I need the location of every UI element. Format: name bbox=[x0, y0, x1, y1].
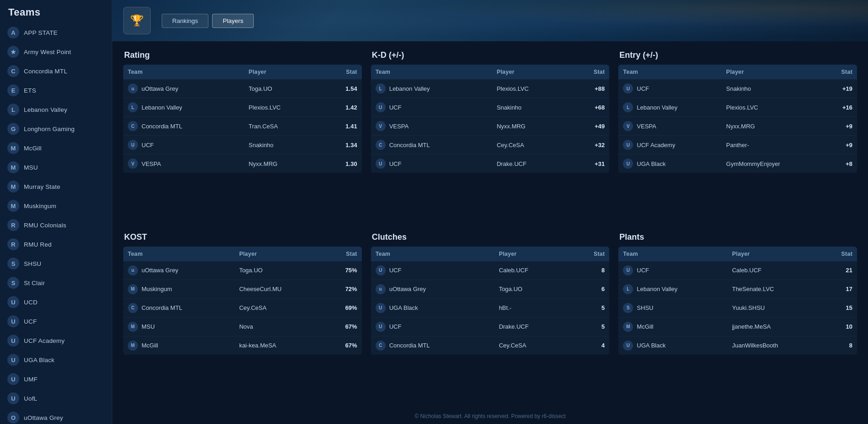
cell-player: JuanWilkesBooth bbox=[727, 336, 822, 355]
cell-team-name: Lebanon Valley bbox=[637, 104, 677, 111]
sidebar-item-ucf-academy[interactable]: U UCF Academy bbox=[0, 331, 112, 350]
team-icon: U bbox=[7, 315, 19, 327]
cell-player: Drake.UCF bbox=[494, 317, 570, 336]
cell-team-icon: u bbox=[128, 83, 138, 94]
sidebar-item-msu[interactable]: M MSU bbox=[0, 158, 112, 177]
cell-player: Snakinho bbox=[244, 136, 322, 154]
col-header-player: Player bbox=[721, 65, 824, 79]
cell-team-name: uOttawa Grey bbox=[142, 267, 178, 274]
header-nav: RankingsPlayers bbox=[162, 14, 254, 28]
col-header-stat: Stat bbox=[571, 65, 610, 79]
nav-btn-rankings[interactable]: Rankings bbox=[162, 14, 208, 28]
cell-stat: +19 bbox=[824, 79, 857, 98]
cell-team-name: Concordia MTL bbox=[389, 342, 430, 349]
table-row: UUCFSnakinho+68 bbox=[371, 98, 610, 117]
cell-team-name: Lebanon Valley bbox=[637, 286, 677, 292]
cell-team-name: Concordia MTL bbox=[389, 142, 430, 149]
col-header-player: Player bbox=[494, 247, 570, 261]
kost-card: KOST TeamPlayerStat uuOttawa GreyToga.UO… bbox=[123, 232, 362, 404]
sidebar-item-longhorn-gaming[interactable]: G Longhorn Gaming bbox=[0, 119, 112, 138]
sidebar-item-st-clair[interactable]: S St Clair bbox=[0, 273, 112, 292]
sidebar-team-name: APP STATE bbox=[24, 29, 58, 36]
sidebar-item-uga-black[interactable]: U UGA Black bbox=[0, 350, 112, 369]
table-row: UUCFSnakinho1.34 bbox=[123, 136, 362, 154]
cell-team: VVESPA bbox=[618, 117, 721, 136]
cell-player: Snakinho bbox=[721, 79, 824, 98]
sidebar-item-umf[interactable]: U UMF bbox=[0, 369, 112, 389]
sidebar-item-app-state[interactable]: A APP STATE bbox=[0, 23, 112, 42]
kd-card: K-D (+/-) TeamPlayerStat LLebanon Valley… bbox=[371, 50, 610, 222]
sidebar-item-rmu-colonials[interactable]: R RMU Colonials bbox=[0, 215, 112, 235]
nav-btn-players[interactable]: Players bbox=[212, 14, 254, 28]
team-icon: R bbox=[7, 238, 19, 250]
sidebar-item-uofl[interactable]: U UofL bbox=[0, 389, 112, 408]
sidebar-team-name: Army West Point bbox=[24, 49, 71, 55]
team-icon: R bbox=[7, 219, 19, 231]
sidebar-item-muskingum[interactable]: M Muskingum bbox=[0, 196, 112, 215]
col-header-team: Team bbox=[618, 65, 721, 79]
sidebar-item-lebanon-valley[interactable]: L Lebanon Valley bbox=[0, 100, 112, 119]
cell-team: UUCF Academy bbox=[618, 136, 721, 154]
header: 🏆 RankingsPlayers bbox=[112, 0, 868, 41]
cell-team-name: UCF bbox=[637, 267, 649, 274]
cell-team: CConcordia MTL bbox=[123, 117, 244, 136]
cell-team: MMcGill bbox=[618, 317, 727, 336]
cell-team: UUCF bbox=[371, 98, 492, 117]
cell-player: TheSenate.LVC bbox=[727, 280, 822, 298]
sidebar-item-concordia-mtl[interactable]: C Concordia MTL bbox=[0, 61, 112, 81]
footer-text: © Nicholas Stewart. All rights reserved.… bbox=[415, 413, 566, 419]
cell-stat: 67% bbox=[325, 336, 362, 355]
sidebar-item-uottawa-grey[interactable]: O uOttawa Grey bbox=[0, 408, 112, 424]
table-row: MMuskingumCheeseCurl.MU72% bbox=[123, 280, 362, 298]
table-row: VVESPANyxx.MRG1.30 bbox=[123, 154, 362, 173]
sidebar-item-army-west-point[interactable]: ★ Army West Point bbox=[0, 42, 112, 61]
sidebar-item-shsu[interactable]: S SHSU bbox=[0, 254, 112, 273]
cell-team-name: UCF Academy bbox=[637, 142, 675, 149]
sidebar-item-rmu-red[interactable]: R RMU Red bbox=[0, 235, 112, 254]
cell-stat: +68 bbox=[571, 98, 610, 117]
cell-team-name: UGA Black bbox=[637, 160, 666, 167]
cell-team-name: MSU bbox=[142, 323, 155, 330]
table-row: SSHSUYuuki.SHSU15 bbox=[618, 298, 857, 317]
cell-team-icon: U bbox=[376, 322, 386, 332]
cell-stat: 17 bbox=[822, 280, 857, 298]
sidebar-team-name: RMU Red bbox=[24, 241, 52, 248]
cell-team-name: Concordia MTL bbox=[142, 304, 182, 311]
col-header-player: Player bbox=[727, 247, 822, 261]
cell-team-icon: M bbox=[128, 341, 138, 351]
rating-title: Rating bbox=[123, 50, 362, 60]
kost-table: TeamPlayerStat uuOttawa GreyToga.UO75%MM… bbox=[123, 247, 362, 355]
sidebar-team-name: UCF bbox=[24, 318, 37, 325]
cell-player: Nyxx.MRG bbox=[721, 117, 824, 136]
sidebar-team-name: UMF bbox=[24, 376, 38, 383]
col-header-team: Team bbox=[618, 247, 727, 261]
sidebar-item-ucd[interactable]: U UCD bbox=[0, 292, 112, 312]
cell-team-name: Lebanon Valley bbox=[142, 104, 182, 111]
cell-team-icon: C bbox=[128, 303, 138, 313]
sidebar-team-name: Concordia MTL bbox=[24, 68, 67, 75]
cell-team: LLebanon Valley bbox=[123, 98, 244, 117]
clutches-table: TeamPlayerStat UUCFCaleb.UCF8uuOttawa Gr… bbox=[371, 247, 610, 355]
cell-team: LLebanon Valley bbox=[618, 280, 727, 298]
team-icon: M bbox=[7, 181, 19, 193]
main-area: 🏆 RankingsPlayers Rating TeamPlayerStat … bbox=[112, 0, 868, 424]
col-header-player: Player bbox=[492, 65, 570, 79]
cell-player: Toga.UO bbox=[494, 280, 570, 298]
sidebar-team-name: McGill bbox=[24, 145, 42, 152]
sidebar-item-mcgill[interactable]: M McGill bbox=[0, 138, 112, 158]
sidebar-team-name: Lebanon Valley bbox=[24, 106, 67, 113]
table-row: CConcordia MTLCey.CeSA4 bbox=[371, 336, 610, 355]
cell-stat: 1.34 bbox=[322, 136, 362, 154]
cell-stat: 69% bbox=[325, 298, 362, 317]
cell-player: jjanethe.MeSA bbox=[727, 317, 822, 336]
team-icon: M bbox=[7, 161, 19, 173]
team-icon: S bbox=[7, 277, 19, 289]
sidebar-item-ets[interactable]: E ETS bbox=[0, 81, 112, 100]
sidebar-title: Teams bbox=[0, 0, 112, 23]
sidebar-item-murray-state[interactable]: M Murray State bbox=[0, 177, 112, 196]
cell-team: UUGA Black bbox=[371, 298, 494, 317]
cell-team-name: Concordia MTL bbox=[142, 123, 182, 130]
cell-player: Plexios.LVC bbox=[721, 98, 824, 117]
sidebar-item-ucf[interactable]: U UCF bbox=[0, 312, 112, 331]
team-icon: S bbox=[7, 258, 19, 270]
